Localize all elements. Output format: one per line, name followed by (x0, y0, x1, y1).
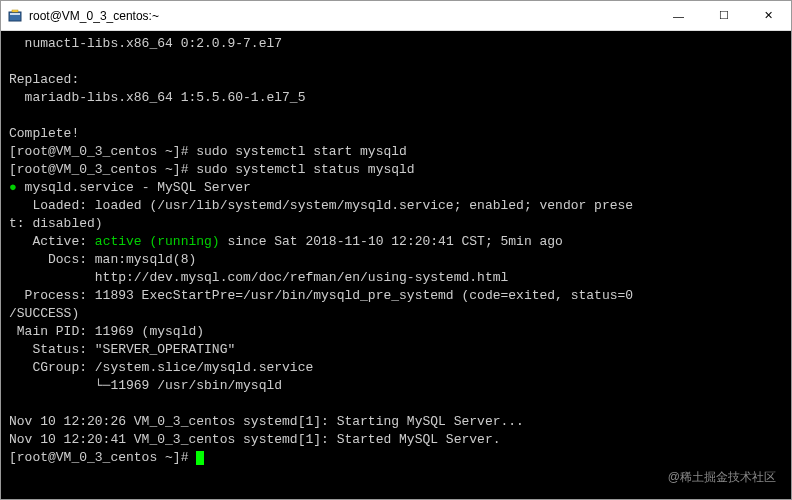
output-line: Docs: man:mysqld(8) (9, 252, 196, 267)
shell-prompt: [root@VM_0_3_centos ~]# (9, 162, 196, 177)
active-status: active (running) (95, 234, 220, 249)
output-line: Loaded: loaded (/usr/lib/systemd/system/… (9, 198, 633, 213)
output-line: mariadb-libs.x86_64 1:5.5.60-1.el7_5 (9, 90, 305, 105)
status-dot-icon: ● (9, 180, 17, 195)
output-line: Active: (9, 234, 95, 249)
output-line: Replaced: (9, 72, 79, 87)
output-line: └─11969 /usr/sbin/mysqld (9, 378, 282, 393)
command-text: sudo systemctl start mysqld (196, 144, 407, 159)
output-line: mysqld.service - MySQL Server (17, 180, 251, 195)
output-line: t: disabled) (9, 216, 103, 231)
close-button[interactable]: ✕ (746, 1, 791, 31)
output-line: numactl-libs.x86_64 0:2.0.9-7.el7 (9, 36, 282, 51)
shell-prompt: [root@VM_0_3_centos ~]# (9, 144, 196, 159)
minimize-button[interactable]: — (656, 1, 701, 31)
output-line: Nov 10 12:20:26 VM_0_3_centos systemd[1]… (9, 414, 524, 429)
output-line: http://dev.mysql.com/doc/refman/en/using… (9, 270, 508, 285)
command-text: sudo systemctl status mysqld (196, 162, 414, 177)
output-line: /SUCCESS) (9, 306, 79, 321)
output-line: Main PID: 11969 (mysqld) (9, 324, 204, 339)
window-controls: — ☐ ✕ (656, 1, 791, 31)
terminal-output[interactable]: numactl-libs.x86_64 0:2.0.9-7.el7 Replac… (1, 31, 791, 499)
output-line: CGroup: /system.slice/mysqld.service (9, 360, 313, 375)
watermark-text: @稀土掘金技术社区 (668, 469, 776, 486)
putty-window: root@VM_0_3_centos:~ — ☐ ✕ numactl-libs.… (0, 0, 792, 500)
shell-prompt: [root@VM_0_3_centos ~]# (9, 450, 196, 465)
output-line: since Sat 2018-11-10 12:20:41 CST; 5min … (220, 234, 563, 249)
terminal-cursor (196, 451, 204, 465)
output-line: Complete! (9, 126, 79, 141)
putty-icon (7, 8, 23, 24)
window-titlebar[interactable]: root@VM_0_3_centos:~ — ☐ ✕ (1, 1, 791, 31)
window-title: root@VM_0_3_centos:~ (29, 9, 656, 23)
svg-rect-2 (12, 10, 18, 12)
svg-rect-1 (10, 13, 20, 15)
output-line: Process: 11893 ExecStartPre=/usr/bin/mys… (9, 288, 633, 303)
output-line: Status: "SERVER_OPERATING" (9, 342, 235, 357)
maximize-button[interactable]: ☐ (701, 1, 746, 31)
output-line: Nov 10 12:20:41 VM_0_3_centos systemd[1]… (9, 432, 500, 447)
